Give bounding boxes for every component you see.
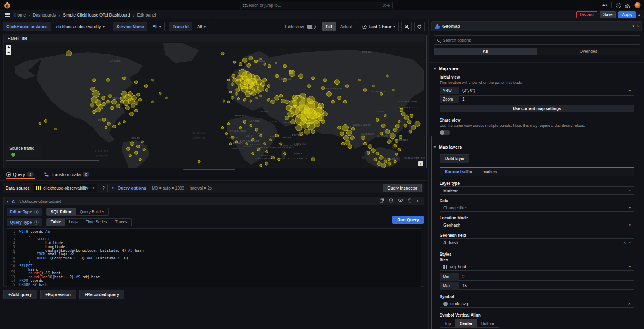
time-range-picker[interactable]: Last 1 hour bbox=[359, 22, 399, 31]
tab-all[interactable]: All bbox=[434, 48, 537, 55]
map-marker bbox=[143, 149, 145, 151]
add-layer-button[interactable]: Add layer bbox=[440, 154, 469, 163]
table-view-toggle[interactable]: Table view bbox=[281, 22, 319, 31]
run-query-button[interactable]: Run Query bbox=[392, 216, 424, 224]
panel-resize-handle[interactable] bbox=[183, 169, 235, 170]
tab-transform-data[interactable]: Transform data 0 bbox=[43, 171, 90, 179]
map-marker bbox=[395, 139, 398, 143]
tab-overrides[interactable]: Overrides bbox=[537, 48, 640, 55]
align-top-option[interactable]: Top bbox=[440, 319, 455, 327]
view-select[interactable]: (0°, 0°) bbox=[459, 87, 634, 94]
map-view-header[interactable]: Map view bbox=[434, 66, 634, 71]
global-search[interactable]: ⌘+k bbox=[240, 2, 393, 9]
share-view-toggle[interactable] bbox=[440, 130, 450, 135]
news-icon[interactable] bbox=[625, 3, 630, 8]
options-search[interactable] bbox=[434, 35, 640, 45]
align-bottom-option[interactable]: Bottom bbox=[477, 319, 499, 327]
layer-card[interactable]: Source traffic markers bbox=[440, 167, 634, 176]
size-select[interactable]: adj_heat bbox=[440, 263, 634, 271]
delete-icon[interactable] bbox=[408, 198, 412, 203]
tab-query[interactable]: Query 1 bbox=[6, 171, 35, 179]
breadcrumb-dashboard-name[interactable]: Simple ClickHouse OTel Dashboard bbox=[63, 12, 130, 17]
main-scrollbar[interactable] bbox=[426, 35, 427, 168]
expression-button[interactable]: Expression bbox=[40, 290, 76, 299]
geohash-field-select[interactable]: Ahash bbox=[440, 238, 634, 246]
map-marker bbox=[136, 145, 140, 148]
expand-query-options-icon[interactable] bbox=[112, 185, 114, 191]
query-builder-option[interactable]: Query Builder bbox=[76, 208, 108, 215]
history-icon[interactable] bbox=[389, 198, 393, 203]
info-icon[interactable]: i bbox=[34, 210, 39, 214]
map-marker bbox=[374, 158, 377, 161]
map-country-label: LIBYA bbox=[270, 120, 278, 123]
info-icon[interactable]: i bbox=[34, 220, 39, 225]
add-query-button[interactable]: Add query bbox=[3, 290, 37, 299]
recorded-query-button[interactable]: Recorded query bbox=[79, 290, 124, 299]
map-attribution-button[interactable]: i bbox=[418, 161, 423, 166]
save-button[interactable]: Save bbox=[600, 11, 616, 18]
layer-type-select[interactable]: Markers bbox=[440, 186, 634, 195]
map-zoom-in-button[interactable]: + bbox=[6, 45, 11, 50]
collapse-header-icon[interactable] bbox=[638, 13, 640, 17]
query-header[interactable]: A (clickhouse-observability) bbox=[4, 197, 424, 205]
pane-splitter[interactable] bbox=[428, 19, 429, 329]
query-type-timeseries[interactable]: Time Series bbox=[82, 219, 111, 226]
clickhouse-instance-select[interactable]: clickhouse-observability bbox=[53, 22, 108, 31]
clear-icon[interactable] bbox=[628, 301, 631, 306]
actual-option[interactable]: Actual bbox=[336, 22, 356, 31]
options-scrollbar[interactable] bbox=[431, 136, 432, 329]
map-zoom-out-button[interactable]: − bbox=[6, 50, 11, 55]
menu-icon[interactable] bbox=[5, 13, 10, 17]
discard-button[interactable]: Discard bbox=[576, 11, 597, 18]
apply-button[interactable]: Apply bbox=[618, 11, 636, 18]
map-marker bbox=[266, 151, 268, 153]
fill-option[interactable]: Fill bbox=[322, 22, 336, 31]
datasource-help-button[interactable]: ? bbox=[99, 184, 108, 192]
options-search-input[interactable] bbox=[443, 38, 637, 43]
refresh-button[interactable] bbox=[414, 22, 425, 31]
sql-line: 2 ( bbox=[7, 234, 421, 237]
map-marker bbox=[340, 132, 344, 136]
query-inspector-button[interactable]: Query Inspector bbox=[383, 184, 422, 192]
query-type-logs[interactable]: Logs bbox=[65, 219, 82, 226]
service-name-select[interactable]: All bbox=[149, 22, 165, 31]
map-marker bbox=[267, 98, 270, 101]
sql-editor-option[interactable]: SQL Editor bbox=[47, 208, 76, 215]
zoom-out-time-button[interactable] bbox=[401, 22, 412, 31]
clear-icon[interactable] bbox=[623, 240, 626, 245]
map-canvas[interactable]: RUSSIACANADAUNITED STATESKAZAKHSTANMONGO… bbox=[4, 42, 425, 168]
query-type-traces[interactable]: Traces bbox=[111, 219, 131, 226]
map-marker bbox=[134, 101, 138, 105]
trace-id-select[interactable]: All bbox=[194, 22, 209, 31]
collapse-pane-icon[interactable] bbox=[637, 23, 639, 29]
help-icon[interactable]: ? bbox=[616, 3, 621, 8]
visualization-picker[interactable]: Geomap bbox=[431, 21, 642, 31]
toggle-knob[interactable] bbox=[307, 25, 316, 29]
breadcrumb-home[interactable]: Home bbox=[14, 12, 26, 17]
drag-handle-icon[interactable] bbox=[417, 198, 420, 203]
breadcrumb-dashboards[interactable]: Dashboards bbox=[33, 12, 56, 17]
location-mode-select[interactable]: Geohash bbox=[440, 221, 634, 229]
user-avatar[interactable] bbox=[634, 2, 641, 8]
collapse-query-icon[interactable] bbox=[7, 199, 9, 203]
zoom-input[interactable]: 1 bbox=[459, 95, 634, 103]
query-type-table[interactable]: Table bbox=[47, 219, 65, 226]
grafana-logo[interactable] bbox=[3, 1, 11, 9]
use-current-map-settings-button[interactable]: Use current map settings bbox=[440, 105, 634, 112]
search-input[interactable] bbox=[246, 3, 377, 8]
symbol-select[interactable]: circle.svg bbox=[440, 300, 634, 308]
hide-response-icon[interactable] bbox=[398, 198, 403, 203]
align-center-option[interactable]: Center bbox=[455, 319, 477, 327]
data-select[interactable]: Change filter bbox=[440, 204, 634, 212]
map-layers-header[interactable]: Map layers bbox=[434, 145, 634, 149]
min-input[interactable]: 2 bbox=[459, 273, 634, 281]
sql-editor[interactable]: 1WITH coords AS2 (3 SELECT4 Latitude,5 L… bbox=[7, 228, 421, 287]
section-map-layers: Map layers Add layer Source traffic mark… bbox=[430, 141, 644, 329]
query-options-link[interactable]: Query options bbox=[118, 186, 146, 190]
panel-header[interactable]: Panel Title bbox=[4, 34, 425, 42]
duplicate-icon[interactable] bbox=[380, 198, 384, 203]
max-input[interactable]: 15 bbox=[459, 282, 634, 290]
add-button[interactable] bbox=[602, 3, 607, 8]
datasource-select[interactable]: clickhouse-observability bbox=[33, 184, 97, 192]
map-marker bbox=[300, 93, 306, 99]
